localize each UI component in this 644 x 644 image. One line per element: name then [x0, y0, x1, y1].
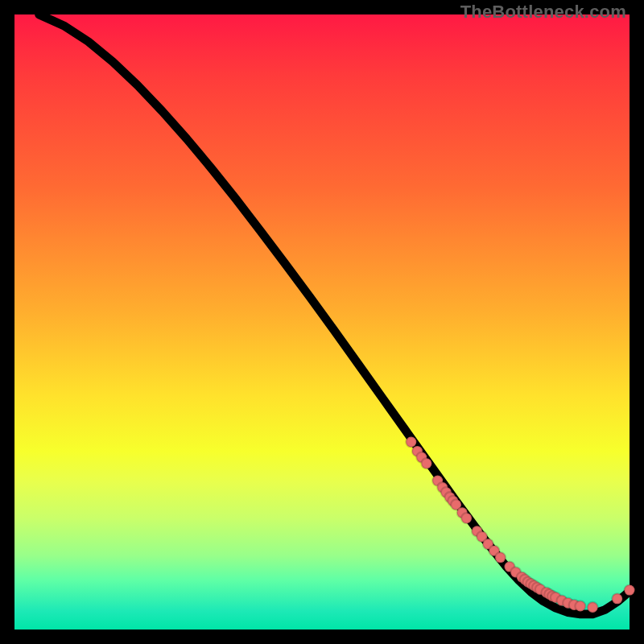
- chart-overlay: [14, 14, 630, 630]
- chart-stage: TheBottleneck.com: [0, 0, 644, 644]
- data-point: [461, 513, 472, 523]
- data-point: [575, 601, 585, 611]
- data-point: [625, 585, 635, 596]
- data-point: [612, 593, 622, 604]
- data-point: [495, 552, 506, 563]
- data-point: [588, 602, 598, 613]
- data-point: [421, 458, 431, 469]
- bottleneck-curve: [39, 14, 630, 614]
